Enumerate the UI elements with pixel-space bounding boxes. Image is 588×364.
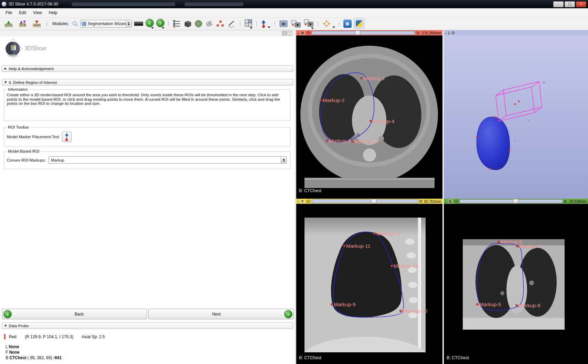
model-marker-placement-button[interactable] (62, 132, 72, 142)
layout-selector[interactable] (244, 19, 253, 29)
help-acknowledgement-header[interactable]: ▶ Help & Acknowledgement (2, 65, 293, 72)
toolbar-separator (274, 19, 275, 28)
save-scene-button[interactable]: SAVE (31, 18, 43, 29)
threed-viewport[interactable]: RLI (444, 35, 588, 199)
markups-fiducials-icon[interactable] (216, 20, 225, 28)
minimize-button[interactable]: - (553, 1, 564, 7)
markup-point[interactable]: Markup-14 (351, 139, 379, 144)
green-collapse-button[interactable]: - (445, 200, 447, 203)
module-forward-icon: › (156, 19, 164, 27)
roi-model-blob[interactable] (477, 117, 510, 170)
module-search-icon[interactable] (72, 21, 78, 26)
green-coronal-viewport[interactable]: Markup-6 Markup-7 Markup-5 Markup-8 B: C… (444, 204, 588, 364)
green-slice-offset: A: -22.538mm (564, 199, 587, 203)
markup-point[interactable]: Markup-8 (515, 302, 540, 308)
python-console-button[interactable] (354, 19, 364, 29)
red-slice-letter: R (300, 31, 305, 35)
probe-b-name: CTChest (9, 355, 26, 360)
markup-point[interactable]: Markup-3 (326, 138, 351, 144)
panel-titlebar: × (0, 30, 295, 36)
close-button[interactable]: × (576, 1, 586, 7)
yellow-visibility-eye-icon[interactable] (306, 200, 310, 203)
markup-point[interactable]: Markup-13 (391, 263, 418, 269)
maximize-button[interactable]: □ (565, 1, 575, 7)
roi-toolbar-groupbox: ROI Toolbar Model Marker Placement Tool (4, 127, 290, 146)
markup-point[interactable]: Markup-9 (331, 301, 355, 307)
crosshair-control[interactable] (322, 19, 335, 28)
module-history-icon[interactable] (134, 22, 143, 26)
menu-help[interactable]: Help (45, 9, 61, 16)
model-based-roi-groupbox: Model-Based ROI Convex ROI Markups: Mark… (4, 151, 290, 169)
data-probe-header[interactable]: ▼ Data Probe (2, 322, 293, 329)
threed-settings-gear-icon[interactable] (451, 31, 455, 35)
panel-close-icon[interactable]: × (288, 31, 292, 35)
yellow-slice-letter: Y (300, 199, 305, 203)
editor-pen-icon[interactable] (227, 20, 236, 28)
menu-file[interactable]: File (2, 9, 15, 16)
convex-roi-markups-spinner[interactable] (281, 157, 286, 163)
module-back[interactable]: ‹ (146, 19, 154, 29)
svg-text:I: I (514, 140, 515, 143)
markup-point[interactable]: Markup-5 (476, 301, 501, 307)
red-slice-offset: S: -175.250mm (416, 31, 441, 35)
models-sphere-icon[interactable] (194, 20, 203, 28)
markup-point[interactable]: Markup-11 (343, 243, 371, 249)
toolbar-separator (256, 19, 257, 28)
module-forward[interactable]: › (156, 19, 164, 29)
module-hierarchy-icon[interactable] (173, 20, 181, 28)
place-fiducial-icon (261, 19, 266, 28)
back-button[interactable]: ‹ Back (2, 309, 147, 319)
markup-point[interactable]: Markup-12 (373, 231, 401, 236)
module-forward-caret (162, 27, 164, 29)
yellow-sagittal-viewport[interactable]: Markup-12 Markup-11 Markup-13 Markup-9 M… (296, 204, 442, 364)
yellow-collapse-button[interactable]: - (298, 200, 299, 203)
define-roi-header[interactable]: ▼ 4. Define Region of Interest (2, 79, 293, 86)
load-dicom-button[interactable]: DCM (17, 18, 29, 29)
crosshair-icon (322, 19, 331, 28)
mouse-place-mode[interactable] (261, 19, 270, 28)
scene-view-caret (311, 27, 314, 29)
collapsed-arrow-icon: ▶ (4, 67, 7, 70)
red-axial-viewport[interactable]: Markup-1 Markup-2 Markup-4 Markup-3 Mark… (296, 35, 442, 199)
panel-float-icon[interactable] (282, 31, 287, 35)
red-slider-handle[interactable] (355, 31, 360, 35)
green-slider-handle[interactable] (513, 199, 518, 203)
yellow-slice-offset: R: 92.762mm (419, 199, 441, 203)
green-visibility-eye-icon[interactable] (454, 200, 458, 203)
slicer-app: { "window": { "title": "3D Slicer 4.7.0-… (0, 0, 588, 364)
screenshot-camera-icon[interactable] (279, 19, 288, 28)
module-selector-combo[interactable]: Segmentation Wizard (80, 20, 132, 27)
markup-point[interactable]: Markup-2 (320, 97, 344, 103)
markup-point[interactable]: Markup-4 (370, 118, 394, 124)
scene-view-camera-icon[interactable] (291, 19, 301, 28)
module-selector-spinner[interactable] (126, 20, 131, 27)
red-slice-slider[interactable] (312, 31, 415, 35)
markup-point[interactable]: Markup-7 (516, 243, 541, 249)
load-data-button[interactable]: DATA (3, 18, 14, 29)
yellow-slider-handle[interactable] (371, 199, 376, 203)
extensions-icon (346, 22, 349, 25)
red-collapse-button[interactable]: - (298, 31, 299, 35)
next-button[interactable]: Next › (148, 309, 294, 319)
menu-edit[interactable]: Edit (15, 9, 30, 16)
scene-view-restore-icon (303, 19, 314, 27)
red-visibility-eye-icon[interactable] (306, 31, 310, 34)
main-toolbar: DATA DCM SAVE Modules: Segmentation Wiza… (0, 18, 588, 30)
markup-point[interactable]: Markup-1 (360, 75, 385, 81)
extensions-manager-button[interactable] (343, 20, 352, 28)
markup-point[interactable]: Markup-10 (399, 308, 427, 314)
probe-layer-l: L None (6, 344, 19, 349)
convex-roi-markups-combo[interactable]: Markup (49, 156, 287, 164)
yellow-slice-slider[interactable] (312, 199, 418, 203)
green-volume-label: B: CTChest (447, 355, 469, 360)
threed-collapse-button[interactable]: - (445, 31, 447, 35)
scene-view-restore[interactable] (303, 19, 314, 29)
probe-l-value: None (9, 344, 19, 349)
green-slice-slider[interactable] (460, 199, 563, 203)
toolbar-separator (168, 19, 169, 28)
menu-view[interactable]: View (30, 9, 45, 16)
volume-cube-icon[interactable] (183, 20, 192, 28)
convex-roi-markups-label: Convex ROI Markups: (7, 158, 46, 162)
transforms-grid-icon[interactable] (205, 20, 213, 28)
redacted-text (185, 2, 243, 6)
